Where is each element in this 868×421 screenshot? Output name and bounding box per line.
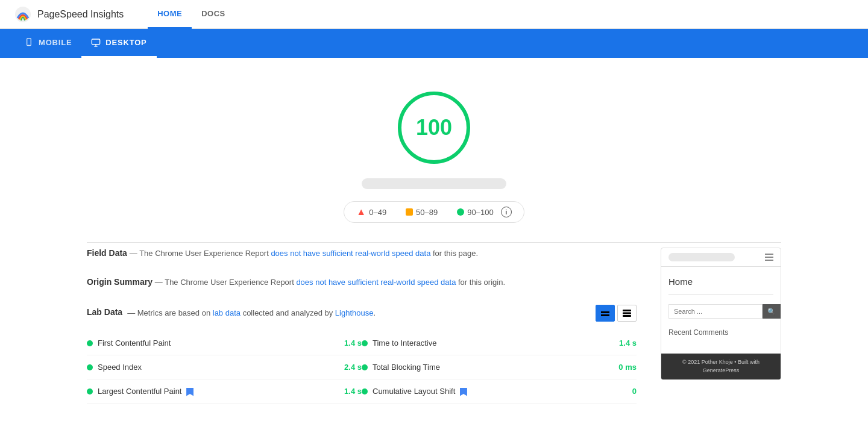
app-name: PageSpeed Insights — [37, 9, 124, 20]
nav-docs[interactable]: DOCS — [192, 0, 235, 29]
legend-info-icon[interactable]: i — [501, 207, 512, 217]
field-data-title: Field Data — [87, 248, 127, 258]
poor-range: 0–49 — [369, 208, 386, 217]
preview-search: 🔍 — [668, 304, 773, 319]
svg-rect-10 — [623, 313, 631, 314]
metric-dot-tti — [362, 340, 368, 346]
svg-rect-7 — [601, 311, 609, 313]
lab-data-link2[interactable]: Lighthouse — [335, 308, 374, 317]
metric-value-fcp: 1.4 s — [326, 338, 362, 348]
metric-value-cls: 0 — [600, 387, 637, 396]
nav-links: HOME DOCS — [148, 0, 235, 29]
menu-line-2 — [765, 257, 773, 258]
toggle-list-view[interactable] — [617, 305, 637, 322]
lab-data-title: Lab Data — [87, 307, 122, 317]
lab-data-link1[interactable]: lab data — [213, 308, 241, 317]
preview-body: Home 🔍 Recent Comments — [661, 267, 781, 354]
divider — [87, 242, 781, 243]
origin-summary-section: Origin Summary — The Chrome User Experie… — [87, 276, 637, 288]
needs-improvement-range: 50–89 — [416, 208, 438, 217]
preview-search-button[interactable]: 🔍 — [763, 304, 781, 319]
view-toggle — [596, 305, 637, 322]
desktop-icon — [91, 38, 101, 48]
preview-home-title: Home — [668, 276, 773, 295]
metric-dot-si — [87, 364, 93, 370]
bar-view-icon — [600, 308, 610, 318]
left-column: Field Data — The Chrome User Experience … — [87, 248, 637, 421]
lcp-bookmark-icon — [186, 388, 193, 396]
metric-name-tti: Time to Interactive — [373, 338, 596, 348]
preview-header — [661, 248, 781, 267]
metric-value-lcp: 1.4 s — [326, 387, 362, 396]
two-col-layout: Field Data — The Chrome User Experience … — [87, 248, 781, 421]
metrics-right-col: Time to Interactive 1.4 s Total Blocking… — [362, 331, 637, 404]
metric-dot-fcp — [87, 340, 93, 346]
svg-rect-11 — [623, 315, 631, 317]
preview-url-bar — [668, 253, 735, 261]
toggle-bar-view[interactable] — [596, 305, 615, 322]
legend-poor: ▲ 0–49 — [356, 207, 386, 217]
metric-first-contentful-paint: First Contentful Paint 1.4 s — [87, 331, 362, 355]
mobile-icon — [24, 38, 34, 48]
score-circle: 100 — [398, 92, 470, 164]
lab-data-title-area: Lab Data — Metrics are based on lab data… — [87, 307, 376, 319]
menu-line-1 — [765, 254, 773, 255]
pagespeed-logo-icon — [14, 6, 31, 23]
score-section: 100 ▲ 0–49 50–89 90–100 i — [87, 72, 781, 237]
metric-name-lcp: Largest Contentful Paint — [98, 387, 321, 396]
lab-data-desc: — Metrics are based on lab data collecte… — [127, 307, 376, 319]
metric-value-tti: 1.4 s — [600, 338, 637, 348]
metric-dot-lcp — [87, 388, 93, 394]
origin-summary-link[interactable]: does not have sufficient real-world spee… — [296, 278, 456, 287]
preview-panel: Home 🔍 Recent Comments © 2021 Pother Kho… — [661, 248, 781, 380]
metric-name-tbt: Total Blocking Time — [373, 363, 596, 372]
right-column: Home 🔍 Recent Comments © 2021 Pother Kho… — [661, 248, 781, 380]
menu-line-3 — [765, 260, 773, 261]
metrics-left-col: First Contentful Paint 1.4 s Speed Index… — [87, 331, 362, 404]
tab-mobile[interactable]: MOBILE — [14, 29, 81, 58]
nav-home[interactable]: HOME — [148, 0, 192, 29]
preview-menu-icon — [765, 254, 773, 261]
logo-area: PageSpeed Insights — [14, 6, 124, 23]
metric-cumulative-layout-shift: Cumulative Layout Shift 0 — [362, 379, 637, 404]
metric-speed-index: Speed Index 2.4 s — [87, 355, 362, 379]
device-tabs: MOBILE DESKTOP — [0, 29, 868, 58]
svg-rect-4 — [92, 39, 100, 45]
metrics-grid: First Contentful Paint 1.4 s Speed Index… — [87, 331, 637, 404]
preview-footer: © 2021 Pother Khoje • Built withGenerate… — [661, 354, 781, 379]
metric-name-fcp: First Contentful Paint — [98, 338, 321, 348]
top-nav: PageSpeed Insights HOME DOCS — [0, 0, 868, 29]
cls-bookmark-icon — [460, 388, 467, 396]
mobile-tab-label: MOBILE — [39, 38, 72, 47]
needs-improvement-icon — [406, 208, 413, 216]
lab-data-header: Lab Data — Metrics are based on lab data… — [87, 305, 637, 322]
url-bar — [362, 178, 506, 189]
metric-dot-cls — [362, 388, 368, 394]
good-icon — [457, 208, 464, 216]
score-legend: ▲ 0–49 50–89 90–100 i — [344, 201, 524, 223]
metric-largest-contentful-paint: Largest Contentful Paint 1.4 s — [87, 379, 362, 404]
legend-good: 90–100 — [457, 208, 493, 217]
metric-value-si: 2.4 s — [326, 363, 362, 372]
metric-value-tbt: 0 ms — [600, 363, 637, 372]
svg-point-3 — [28, 44, 29, 45]
field-data-link[interactable]: does not have sufficient real-world spee… — [271, 249, 430, 258]
tab-desktop[interactable]: DESKTOP — [81, 29, 156, 58]
metric-dot-tbt — [362, 364, 368, 370]
metric-time-to-interactive: Time to Interactive 1.4 s — [362, 331, 637, 355]
metric-total-blocking-time: Total Blocking Time 0 ms — [362, 355, 637, 379]
legend-needs-improvement: 50–89 — [406, 208, 438, 217]
preview-search-input[interactable] — [668, 304, 763, 319]
good-range: 90–100 — [467, 208, 493, 217]
lab-data-section: Lab Data — Metrics are based on lab data… — [87, 305, 637, 404]
origin-summary-desc: — The Chrome User Experience Report does… — [155, 278, 505, 287]
main-content: 100 ▲ 0–49 50–89 90–100 i — [72, 58, 796, 421]
metric-name-cls: Cumulative Layout Shift — [373, 387, 596, 396]
list-view-icon — [622, 308, 632, 318]
score-number: 100 — [416, 115, 452, 140]
svg-rect-9 — [623, 310, 631, 311]
metric-name-si: Speed Index — [98, 363, 321, 372]
preview-comments-title: Recent Comments — [668, 328, 773, 337]
field-data-desc: — The Chrome User Experience Report does… — [130, 249, 478, 258]
poor-icon: ▲ — [356, 207, 366, 217]
